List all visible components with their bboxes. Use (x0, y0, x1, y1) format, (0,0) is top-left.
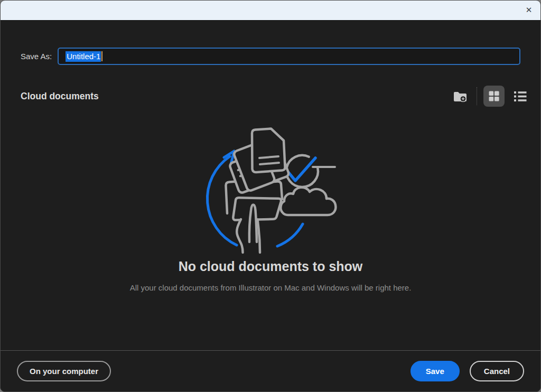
cloud-documents-title: Cloud documents (21, 91, 99, 102)
grid-view-glyph (488, 90, 500, 102)
titlebar: ✕ (1, 1, 540, 21)
cloud-icon (281, 188, 335, 215)
save-as-row: Save As: Untitled-1 (21, 48, 520, 65)
filename-selected-text: Untitled-1 (66, 51, 101, 62)
list-view-icon[interactable] (512, 89, 529, 104)
save-dialog-window: ✕ Save As: Untitled-1 Cloud documents (0, 0, 541, 392)
cancel-button[interactable]: Cancel (470, 361, 524, 381)
grid-view-icon[interactable] (483, 86, 505, 107)
filename-input[interactable]: Untitled-1 (58, 48, 520, 65)
save-as-label: Save As: (21, 52, 52, 61)
text-caret (101, 51, 102, 61)
folder-plus-glyph (453, 90, 467, 102)
cloud-sync-illustration (203, 125, 338, 255)
empty-state-description: All your cloud documents from Illustrato… (123, 281, 418, 295)
check-icon (287, 158, 315, 181)
sync-arrow-bottom (277, 224, 303, 246)
cloud-documents-header: Cloud documents (21, 85, 529, 108)
empty-state: No cloud documents to show All your clou… (21, 125, 520, 295)
dialog-footer: On your computer Save Cancel (1, 350, 540, 391)
empty-state-title: No cloud documents to show (21, 259, 520, 274)
folder-plus-icon[interactable] (451, 88, 469, 104)
view-controls (451, 86, 529, 107)
document-front-icon (252, 129, 285, 173)
close-icon[interactable]: ✕ (517, 1, 540, 20)
footer-actions: Save Cancel (411, 361, 524, 381)
dialog-body: Save As: Untitled-1 Cloud documents (1, 21, 540, 350)
list-view-glyph (514, 91, 527, 102)
view-controls-divider (477, 87, 477, 105)
folder-front (233, 198, 281, 220)
on-your-computer-button[interactable]: On your computer (17, 361, 111, 381)
save-button[interactable]: Save (411, 361, 460, 381)
